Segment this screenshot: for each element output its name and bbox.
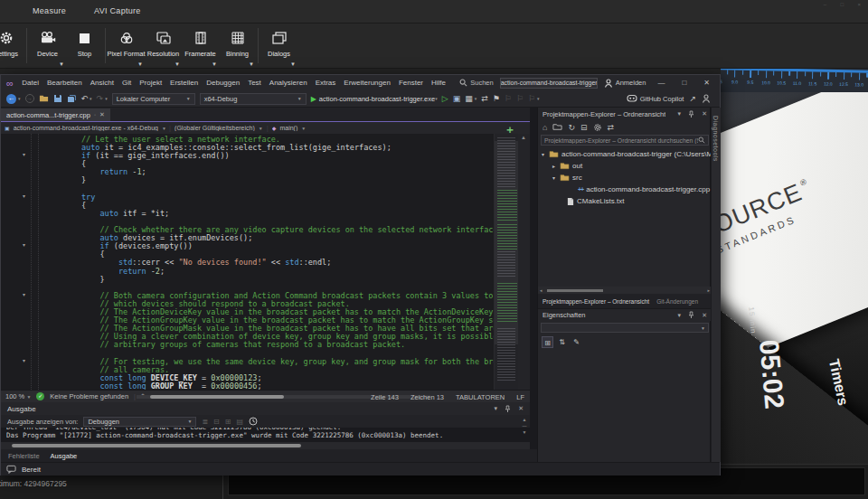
menu-debuggen[interactable]: Debuggen [203,79,244,87]
scrollbar-thumb[interactable] [12,444,301,447]
bookmark-icon[interactable]: ⚐ [516,95,524,103]
solution-search-box[interactable]: Projektmappen-Explorer – Ordneransicht d… [541,135,709,146]
menu-bearbeiten[interactable]: Bearbeiten [43,79,87,87]
output-scrollbar[interactable]: ▲—▼ [520,417,529,442]
feedback-bubble-icon[interactable] [6,465,16,474]
fold-marker[interactable]: ▾ [23,193,25,199]
navigate-back-button[interactable]: ← [6,94,16,104]
close-panel-icon[interactable]: ✕ [702,312,707,319]
capture-button-pixel-format[interactable]: Pixel Format▼ [108,24,145,68]
property-pages-icon[interactable]: ✎ [571,336,582,348]
menu-erweiterungen[interactable]: Erweiterungen [340,79,395,87]
categorized-icon[interactable]: ⊞ [542,336,553,348]
open-folder-icon[interactable] [39,94,49,103]
close-panel-icon[interactable]: ✕ [702,110,707,118]
fold-marker[interactable]: ▾ [23,357,25,363]
tree-item-action-command-broadcast-trigger-cpp[interactable]: ++action-command-broadcast-trigger.cpp [538,184,712,195]
chevron-down-icon[interactable]: ▾ [495,405,498,412]
github-copilot-button[interactable]: GitHub Copilot [627,94,684,103]
eol-indicator[interactable]: LF [516,393,524,401]
share-icon[interactable]: ↗ [689,95,696,103]
capture-button-framerate[interactable]: Framerate▼ [182,24,219,68]
minimize-button[interactable]: — [652,79,670,87]
menu-git[interactable]: Git [118,79,135,87]
document-tab[interactable]: action-comma...t-trigger.cpp ◦ ✕ [1,108,110,121]
scrollbar-thumb[interactable] [547,289,603,292]
indent-indicator[interactable]: TABULATOREN [456,393,505,401]
navigate-forward-button[interactable]: → [25,94,34,103]
column-indicator[interactable]: Zeichen 13 [410,393,444,401]
capture-tab-measure[interactable]: Measure [33,6,66,15]
search-box[interactable]: Suchen [459,79,493,87]
project-context-combo[interactable]: ▣action-command-broadcast-trigger.exe - … [5,125,165,131]
panel-tab-fehlerliste[interactable]: Fehlerliste [8,452,40,460]
maximize-button[interactable]: □ [676,79,692,87]
tree-item-cmakelists-txt[interactable]: CMakeLists.txt [538,195,712,207]
menu-hilfe[interactable]: Hilfe [428,79,450,87]
scroll-left-icon[interactable]: ◂ [540,287,542,293]
capture-button-device[interactable]: Device▼ [29,24,66,68]
collapsed-icon[interactable]: ▸ [551,163,557,169]
pin-icon[interactable] [688,311,694,319]
gear-icon[interactable] [593,123,602,132]
home-icon[interactable]: ⌂ [542,123,547,132]
capture-button-stop[interactable]: Stop [66,24,103,68]
no-problems-check-icon[interactable]: ✓ [36,392,44,400]
refresh-icon[interactable]: ↻ [568,123,575,132]
chevron-down-icon[interactable]: ▾ [678,110,682,118]
diagnostics-tool-tab[interactable]: Diagnosetools [711,108,721,462]
output-source-combo[interactable]: Debuggen▼ [83,417,196,427]
close-tab-icon[interactable]: ✕ [99,111,105,118]
capture-button-binning[interactable]: Binning▼ [219,24,256,68]
editor-vertical-scrollbar[interactable]: ▲ [518,134,530,390]
output-text[interactable]: Der Thread 'ic4/device_lost' (17304) hat… [6,428,513,442]
minimap[interactable] [494,134,518,390]
scroll-up-icon[interactable]: ▲ [521,135,526,140]
collapse-all-icon[interactable]: ⊟ [580,123,588,132]
debug-target-combo[interactable]: Lokaler Computer▼ [112,93,195,105]
menu-erstellen[interactable]: Erstellen [166,79,203,87]
solution-horizontal-scrollbar[interactable]: ◂ ▸ [538,287,712,294]
pin-icon[interactable] [688,110,694,118]
scope-combo[interactable]: (Globaler Gültigkeitsbereich)▼ [175,125,263,131]
capture-tab-avi-capture[interactable]: AVI Capture [94,6,141,15]
output-tool-icon[interactable]: ▤ [237,418,244,426]
view-switcher-icon[interactable]: ▣ [453,95,461,103]
window-title[interactable]: action-command-broadcast-trigger [500,78,598,89]
output-tool-icon[interactable]: ⊟ [213,418,220,426]
fold-marker[interactable]: ▾ [23,291,25,297]
scrollbar-thumb[interactable] [150,395,284,399]
menu-extras[interactable]: Extras [311,79,340,87]
compare-icon[interactable]: ⇄ [608,123,615,132]
code-editor[interactable]: // Let the user select a network interfa… [1,134,530,390]
menu-fenster[interactable]: Fenster [394,79,427,87]
properties-object-combo[interactable]: ▼ [541,323,709,333]
menu-test[interactable]: Test [244,79,266,87]
capture-window-controls[interactable]: – □ × [824,2,864,7]
output-tool-icon[interactable]: ≣ [202,418,208,426]
panel-horizontal-scrollbar[interactable] [1,442,530,449]
menu-analysieren[interactable]: Analysieren [265,79,311,87]
chevron-down-icon[interactable]: ▾ [678,312,682,319]
capture-button-settings[interactable]: Settings [0,24,24,68]
bookmark-icon[interactable]: ⚐ [528,95,535,103]
expanded-icon[interactable]: ▾ [551,174,557,181]
line-indicator[interactable]: Zeile 143 [371,393,399,401]
menu-datei[interactable]: Datei [18,79,43,87]
scroll-right-icon[interactable]: ▸ [707,287,710,293]
tree-item-src[interactable]: ▾src [538,172,712,184]
expanded-icon[interactable]: ▾ [540,151,546,157]
menu-ansicht[interactable]: Ansicht [86,79,118,87]
panel-tab-ausgabe[interactable]: Ausgabe [51,452,78,460]
switch-views-icon[interactable] [552,123,562,131]
bookmark-icon[interactable]: ⚑ [493,95,500,103]
close-button[interactable]: ✕ [698,79,715,87]
clock-icon[interactable] [249,417,258,426]
pin-icon[interactable] [505,405,511,413]
output-tool-icon[interactable]: ⊞ [225,418,231,426]
run-without-debug-button[interactable]: ▷ [442,95,448,103]
configuration-combo[interactable]: x64-Debug▼ [200,93,307,105]
member-combo[interactable]: ◆main()▼ [272,125,306,131]
bookmark-icon[interactable]: ⚐ [505,95,512,103]
tree-item-out[interactable]: ▸out [538,160,712,172]
